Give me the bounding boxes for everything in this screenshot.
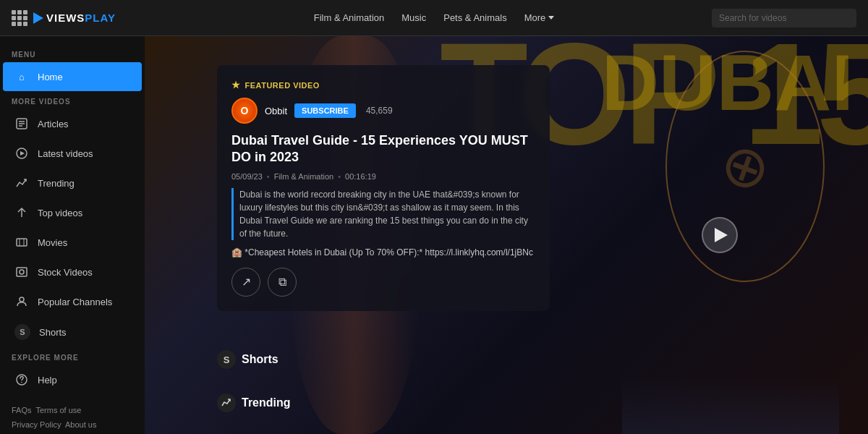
meta-dot-2: • — [338, 172, 341, 181]
sidebar-item-shorts[interactable]: S Shorts — [3, 317, 142, 347]
shorts-section: S Shorts — [217, 350, 278, 369]
search-box[interactable] — [712, 9, 856, 27]
video-card: ★ FEATURED VIDEO O Obbit SUBSCRIBE 45,65… — [217, 65, 550, 311]
channel-avatar: O — [231, 98, 258, 124]
play-icon — [715, 228, 728, 242]
sidebar-footer: FAQs Terms of use Privacy Policy About u… — [0, 395, 145, 434]
logo-play-icon — [33, 12, 43, 24]
sidebar-item-articles-label: Articles — [38, 119, 69, 129]
hero-arabic-art: ⊕ — [665, 51, 825, 282]
top-nav: VIEWSPLAY Film & Animation Music Pets & … — [0, 0, 868, 36]
sidebar-item-home[interactable]: ⌂ Home — [3, 62, 142, 91]
stock-videos-icon — [14, 265, 29, 279]
play-button[interactable] — [702, 217, 738, 253]
shorts-icon: S — [14, 324, 30, 340]
shorts-section-label: Shorts — [242, 353, 278, 366]
logo-text: VIEWSPLAY — [46, 12, 116, 24]
nav-film-animation[interactable]: Film & Animation — [314, 12, 385, 23]
sidebar-item-trending[interactable]: Trending — [3, 169, 142, 197]
sidebar-item-latest-videos[interactable]: Latest videos — [3, 139, 142, 168]
video-promo: 🏨 *Cheapest Hotels in Dubai (Up To 70% O… — [231, 247, 535, 258]
sidebar-item-help-label: Help — [38, 375, 57, 386]
sidebar-item-latest-videos-label: Latest videos — [38, 148, 93, 159]
featured-badge: ★ FEATURED VIDEO — [231, 80, 535, 90]
top-videos-icon — [14, 205, 29, 220]
sidebar-item-shorts-label: Shorts — [39, 327, 67, 338]
video-actions: ↗ ⧉ — [231, 268, 535, 297]
popular-channels-icon — [14, 294, 29, 309]
footer-privacy-link[interactable]: Privacy Policy — [12, 420, 61, 429]
video-description: Dubai is the world record breaking city … — [231, 188, 535, 240]
sidebar-item-stock-videos[interactable]: Stock Videos — [3, 258, 142, 286]
nav-music[interactable]: Music — [401, 12, 426, 23]
sidebar-item-popular-channels[interactable]: Popular Channels — [3, 287, 142, 316]
nav-more[interactable]: More — [524, 12, 555, 23]
sidebar-item-top-videos[interactable]: Top videos — [3, 198, 142, 227]
trending-section: Trending — [217, 393, 291, 412]
channel-name: Obbit — [265, 106, 287, 116]
share-button[interactable]: ↗ — [231, 268, 260, 297]
svg-marker-5 — [20, 151, 25, 156]
subscriber-count: 45,659 — [366, 106, 393, 116]
share-icon: ↗ — [242, 275, 251, 289]
sidebar-item-trending-label: Trending — [38, 178, 75, 189]
sidebar-item-top-videos-label: Top videos — [38, 208, 82, 218]
video-meta: 05/09/23 • Film & Animation • 00:16:19 — [231, 172, 535, 181]
video-date: 05/09/23 — [231, 172, 263, 181]
search-input[interactable] — [719, 13, 849, 23]
home-icon: ⌂ — [14, 69, 29, 84]
copy-button[interactable]: ⧉ — [268, 268, 297, 297]
trending-icon — [14, 176, 29, 190]
logo[interactable]: VIEWSPLAY — [33, 12, 116, 24]
nav-pets-animals[interactable]: Pets & Animals — [443, 12, 506, 23]
footer-terms-link[interactable]: Terms of use — [35, 406, 81, 414]
sidebar-item-movies-label: Movies — [38, 237, 67, 248]
sidebar-item-home-label: Home — [38, 72, 63, 82]
video-duration: 00:16:19 — [345, 172, 376, 181]
hero-skyline — [622, 376, 839, 434]
more-videos-section-label: MORE VIDEOS — [0, 92, 145, 109]
articles-icon — [14, 116, 29, 131]
sidebar-item-help[interactable]: Help — [3, 365, 142, 394]
grid-icon[interactable] — [12, 10, 27, 26]
sidebar-item-popular-channels-label: Popular Channels — [38, 297, 112, 307]
menu-section-label: MENU — [0, 45, 145, 61]
sidebar-item-movies[interactable]: Movies — [3, 228, 142, 257]
channel-info: O Obbit SUBSCRIBE 45,659 — [231, 98, 535, 124]
logo-area: VIEWSPLAY — [12, 10, 156, 26]
video-title: Dubai Travel Guide - 15 Experiences YOU … — [231, 132, 535, 166]
explore-more-section-label: EXPLORE MORE — [0, 348, 145, 365]
sidebar-item-stock-videos-label: Stock Videos — [38, 267, 93, 278]
trending-section-label: Trending — [242, 396, 291, 409]
video-category: Film & Animation — [274, 172, 334, 181]
main-layout: MENU ⌂ Home MORE VIDEOS Articles Latest … — [0, 36, 868, 434]
nav-links: Film & Animation Music Pets & Animals Mo… — [156, 12, 712, 23]
footer-faqs-link[interactable]: FAQs — [12, 406, 32, 414]
help-icon — [14, 373, 29, 387]
shorts-section-icon: S — [217, 350, 236, 369]
trending-section-icon — [217, 393, 236, 412]
meta-dot-1: • — [267, 172, 270, 181]
subscribe-button[interactable]: SUBSCRIBE — [294, 103, 356, 118]
movies-icon — [14, 235, 29, 250]
latest-videos-icon — [14, 146, 29, 161]
svg-rect-9 — [17, 268, 27, 276]
content-area: TOP 15 DUBAI ⊕ ★ FEATURED VIDEO O Obbit — [145, 36, 868, 434]
svg-point-11 — [20, 297, 24, 302]
footer-about-link[interactable]: About us — [65, 420, 96, 429]
svg-point-10 — [20, 270, 24, 274]
sidebar-item-articles[interactable]: Articles — [3, 109, 142, 138]
svg-point-13 — [21, 382, 22, 383]
chevron-down-icon — [548, 16, 554, 20]
featured-star-icon: ★ — [231, 80, 241, 90]
copy-icon: ⧉ — [278, 276, 286, 289]
svg-rect-6 — [17, 239, 27, 246]
sidebar: MENU ⌂ Home MORE VIDEOS Articles Latest … — [0, 36, 145, 434]
